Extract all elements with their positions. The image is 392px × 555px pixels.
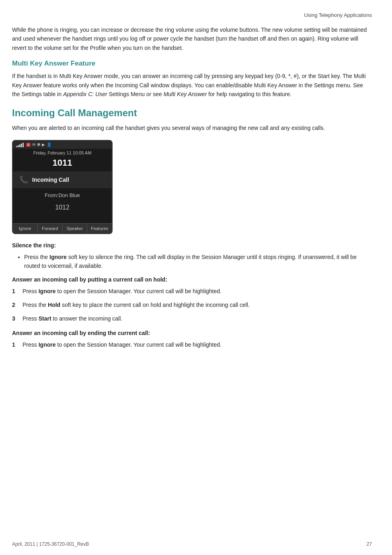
phone-caller-number: 1012: [13, 202, 112, 223]
header-title: Using Telephony Applications: [304, 12, 372, 18]
answer-end-step-1: 1 Press Ignore to open the Session Manag…: [12, 340, 372, 349]
phone-status-icons: 6 ✉ ✽ ▶ 👤: [16, 142, 51, 147]
ignore-keyword: Ignore: [49, 254, 67, 260]
silence-bullet-list: Press the Ignore soft key to silence the…: [24, 253, 372, 271]
incoming-call-management-heading: Incoming Call Management: [12, 107, 372, 119]
phone-bell-icon: 📞: [19, 175, 28, 184]
hold-keyword: Hold: [48, 302, 60, 308]
softkey-forward[interactable]: Forward: [38, 224, 63, 233]
notification-badge: 6: [26, 143, 31, 147]
envelope-icon: ✉: [32, 142, 35, 147]
answer-hold-section: Answer an incoming call by putting a cur…: [12, 276, 372, 323]
ignore-keyword-1: Ignore: [39, 288, 56, 294]
phone-incoming-section: 📞 Incoming Call: [13, 171, 112, 188]
footer-right: 27: [367, 541, 372, 547]
phone-mockup: 6 ✉ ✽ ▶ 👤 Friday, February 11 10:05 AM 1…: [12, 140, 113, 234]
softkey-features[interactable]: Features: [87, 224, 112, 233]
incoming-call-management-paragraph: When you are alerted to an incoming call…: [12, 123, 372, 132]
page-footer: April, 2011 | 1725-36720-001_RevB 27: [12, 541, 372, 547]
phone-extension: 1011: [13, 156, 112, 171]
answer-hold-step-3: 3 Press Start to answer the incoming cal…: [12, 314, 372, 323]
answer-end-section: Answer an incoming call by ending the cu…: [12, 330, 372, 349]
page-header: Using Telephony Applications: [12, 12, 372, 18]
softkey-ignore[interactable]: Ignore: [13, 224, 38, 233]
silence-heading: Silence the ring:: [12, 242, 372, 249]
answer-hold-heading: Answer an incoming call by putting a cur…: [12, 276, 372, 283]
person-icon: 👤: [47, 142, 51, 147]
phone-softkeys: Ignore Forward Speaker Features: [13, 223, 112, 233]
answer-hold-step-2: 2 Press the Hold soft key to place the c…: [12, 300, 372, 309]
intro-paragraph: While the phone is ringing, you can incr…: [12, 25, 372, 52]
multi-key-paragraph: If the handset is in Multi Key Answer mo…: [12, 72, 372, 99]
start-keyword: Start: [39, 315, 51, 322]
multi-key-heading: Multi Key Answer Feature: [12, 60, 372, 68]
footer-left: April, 2011 | 1725-36720-001_RevB: [12, 541, 89, 547]
phone-status-bar: 6 ✉ ✽ ▶ 👤: [13, 141, 112, 149]
bluetooth-icon: ✽: [37, 142, 40, 147]
signal-icon: [16, 142, 24, 147]
answer-end-heading: Answer an incoming call by ending the cu…: [12, 330, 372, 336]
silence-bullet-item: Press the Ignore soft key to silence the…: [24, 253, 372, 271]
play-icon: ▶: [42, 142, 45, 147]
silence-section: Silence the ring: Press the Ignore soft …: [12, 242, 372, 271]
answer-hold-step-1: 1 Press Ignore to open the Session Manag…: [12, 287, 372, 296]
ignore-keyword-2: Ignore: [39, 341, 56, 348]
phone-from-section: From:Don Blue: [13, 188, 112, 202]
phone-datetime: Friday, February 11 10:05 AM: [13, 149, 112, 156]
softkey-speaker[interactable]: Speaker: [63, 224, 88, 233]
phone-incoming-label: Incoming Call: [32, 177, 69, 183]
